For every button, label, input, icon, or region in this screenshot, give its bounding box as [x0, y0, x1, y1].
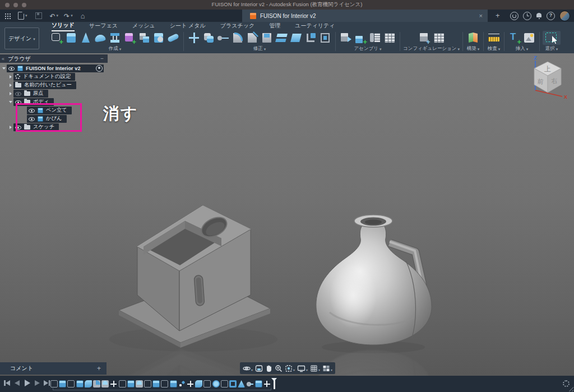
browser-item-document-settings[interactable]: ドキュメントの設定	[0, 73, 108, 81]
gear-icon[interactable]	[15, 74, 20, 79]
press-pull-icon[interactable]	[202, 31, 215, 45]
new-component-icon[interactable]	[354, 31, 367, 45]
chevron-right-icon[interactable]	[8, 126, 13, 129]
browser-item-chip[interactable]: FUISON for Interior v2	[7, 64, 104, 72]
recent-icon[interactable]	[523, 12, 531, 20]
timeline-feature-sketch-icon[interactable]	[67, 380, 75, 388]
close-tab-icon[interactable]	[479, 12, 483, 19]
cube-icon[interactable]	[17, 66, 23, 71]
timeline-feature-extrude-icon[interactable]	[127, 380, 135, 388]
step-back-icon[interactable]	[13, 380, 20, 386]
split-body-icon[interactable]	[275, 31, 288, 45]
viewcube-right-label[interactable]: 右	[551, 77, 558, 84]
loft-icon[interactable]	[108, 31, 122, 45]
timeline-feature-shell-icon[interactable]	[229, 380, 237, 388]
timeline-feature-combine-icon[interactable]	[85, 380, 92, 388]
minimize-browser-icon[interactable]	[100, 56, 104, 62]
draft-icon[interactable]	[289, 31, 303, 45]
chevron-right-icon[interactable]	[8, 75, 13, 79]
ribbon-group-label[interactable]: コンフィギュレーション	[403, 45, 460, 52]
viewport-canvas[interactable]: ブラウザ FUISON for Interior v2ドキュメントの設定名前の付…	[0, 53, 574, 376]
browser-item-chip[interactable]: 名前の付いたビュー	[13, 81, 76, 89]
folder-icon[interactable]	[15, 83, 21, 87]
orbit-icon[interactable]	[243, 363, 253, 373]
tab-plastic[interactable]: プラスチック	[220, 22, 254, 31]
create-form-icon[interactable]	[123, 31, 136, 45]
timeline-feature-extrude-icon[interactable]	[170, 380, 177, 388]
timeline-feature-move-icon[interactable]	[110, 380, 117, 388]
timeline-feature-extrude-icon[interactable]	[255, 380, 262, 388]
timeline-position-marker[interactable]	[274, 379, 275, 389]
chevron-right-icon[interactable]	[8, 84, 13, 87]
extrude-icon[interactable]	[64, 31, 78, 45]
view-cube[interactable]: 上 前 右 Z X	[523, 55, 571, 105]
ribbon-group-label[interactable]: 構築	[467, 45, 480, 52]
config-table-icon[interactable]	[432, 31, 446, 45]
browser-item-root[interactable]: FUISON for Interior v2	[0, 64, 108, 72]
timeline-feature-extrude-icon[interactable]	[59, 380, 66, 388]
eye-icon[interactable]	[8, 66, 15, 71]
chevron-down-icon[interactable]	[8, 101, 13, 103]
timeline-feature-sketch-icon[interactable]	[50, 380, 58, 388]
ribbon-group-label[interactable]: 選択	[545, 45, 558, 52]
step-forward-icon[interactable]	[34, 380, 40, 386]
timeline-feature-extrude-icon[interactable]	[152, 380, 160, 388]
chevron-down-icon[interactable]	[1, 67, 7, 70]
save-icon[interactable]	[35, 12, 42, 19]
play-icon[interactable]	[24, 380, 30, 386]
timeline-feature-extrude-icon[interactable]	[76, 380, 84, 388]
help-icon[interactable]	[547, 12, 555, 20]
home-icon[interactable]	[81, 11, 85, 21]
notifications-bell-icon[interactable]	[536, 13, 542, 19]
viewcube-front-label[interactable]: 前	[536, 77, 544, 85]
replace-face-icon[interactable]	[318, 31, 332, 45]
timeline-settings-gear-icon[interactable]	[563, 380, 570, 387]
timeline-feature-dome-icon[interactable]	[101, 380, 109, 388]
tab-utilities[interactable]: ユーティリティ	[295, 22, 335, 31]
offset-face-icon[interactable]	[216, 31, 230, 45]
zoom-icon[interactable]	[275, 365, 283, 372]
add-comment-icon[interactable]: +	[97, 365, 101, 372]
ribbon-group-label[interactable]: 作成	[109, 45, 122, 52]
new-tab-icon[interactable]	[496, 11, 500, 20]
grid-display-icon[interactable]	[310, 363, 320, 373]
timeline-feature-offset-icon[interactable]	[246, 380, 253, 388]
chamfer-icon[interactable]	[246, 31, 259, 45]
timeline-feature-sketch-icon[interactable]	[161, 380, 168, 388]
joint-icon[interactable]	[368, 31, 382, 45]
timeline-feature-sweep-icon[interactable]	[212, 380, 220, 388]
construction-planes-icon[interactable]	[466, 31, 480, 45]
ribbon-group-label[interactable]: 修正	[253, 45, 266, 52]
align-icon[interactable]	[304, 31, 317, 45]
app-launcher-grid-icon[interactable]	[4, 13, 11, 19]
timeline-feature-move-icon[interactable]	[263, 380, 271, 388]
timeline-feature-combine-icon[interactable]	[195, 380, 202, 388]
redo-icon[interactable]	[64, 11, 70, 21]
timeline-feature-sketch-icon[interactable]	[221, 380, 228, 388]
ribbon-group-label[interactable]: アセンブリ	[354, 45, 381, 52]
move-icon[interactable]	[187, 31, 201, 45]
extensions-icon[interactable]	[510, 12, 519, 20]
comment-bar[interactable]: コメント +	[0, 362, 107, 375]
ribbon-group-label[interactable]: 検査	[488, 45, 501, 52]
eye-off-icon[interactable]	[15, 91, 21, 96]
timeline-feature-dome-icon[interactable]	[136, 380, 143, 388]
display-settings-icon[interactable]	[297, 363, 308, 373]
timeline-feature-fillet-icon[interactable]	[93, 380, 100, 388]
revolve-icon[interactable]	[79, 31, 92, 45]
timeline-feature-sketch-icon[interactable]	[203, 380, 211, 388]
browser-item-named-views[interactable]: 名前の付いたビュー	[0, 81, 108, 89]
canvas-icon[interactable]	[522, 31, 536, 45]
config-cube-icon[interactable]	[418, 31, 431, 45]
ribbon-group-label[interactable]: 挿入	[516, 45, 529, 52]
bom-table-icon[interactable]	[383, 31, 396, 45]
select-icon[interactable]	[543, 31, 560, 45]
timeline-feature-sketch-icon[interactable]	[119, 380, 126, 388]
tab-mesh[interactable]: メッシュ	[132, 22, 155, 31]
sweep-icon[interactable]	[94, 31, 107, 45]
insert-mesh-icon[interactable]	[508, 31, 521, 45]
fillet-icon[interactable]	[231, 31, 244, 45]
workspace-selector[interactable]: デザイン	[4, 27, 39, 49]
shell-icon[interactable]	[260, 31, 274, 45]
chevron-right-icon[interactable]	[8, 92, 13, 95]
